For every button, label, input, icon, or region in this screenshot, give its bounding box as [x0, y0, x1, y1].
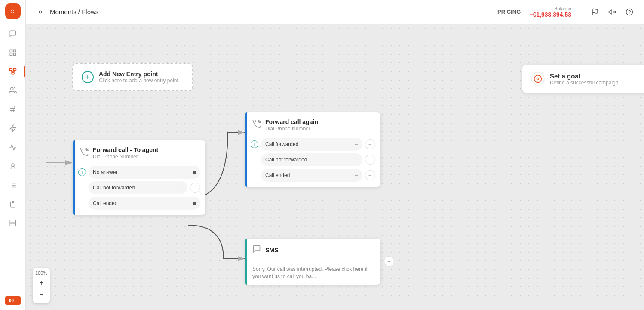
- forward-call-outcomes: + No answer Call not forwarded − → C: [73, 166, 205, 215]
- outcome-minus-call-ended2[interactable]: −: [355, 172, 358, 179]
- svg-marker-16: [10, 125, 16, 132]
- mute-icon[interactable]: [606, 6, 618, 18]
- outcome-label-not-forwarded2: Call not forwarded: [265, 157, 307, 163]
- forward-again-outcomes: + Call forwarded − → Call not forwarded …: [245, 138, 380, 187]
- balance-label: Balance: [529, 6, 571, 11]
- sidebar-item-chat[interactable]: [4, 25, 21, 42]
- outcome-arrow-not-forwarded[interactable]: →: [190, 183, 200, 193]
- zoom-controls: 100% + −: [33, 268, 50, 303]
- sidebar-item-people[interactable]: [4, 158, 21, 175]
- sms-body: Sorry. Our call was interrupted. Please …: [245, 261, 380, 285]
- entry-node-title: Add New Entry point: [99, 71, 178, 78]
- sms-accent: [245, 239, 247, 285]
- pricing-link[interactable]: PRICING: [497, 9, 521, 15]
- svg-point-17: [12, 164, 14, 166]
- sms-header: SMS: [245, 239, 380, 261]
- forward-call-subtitle: Dial Phone Number: [93, 154, 158, 160]
- forward-again-title: Forward call again: [265, 118, 318, 125]
- outcome-add-btn2[interactable]: +: [251, 140, 258, 148]
- balance-value: −€1,938,394.53: [529, 11, 571, 18]
- svg-marker-30: [609, 9, 612, 14]
- forward-again-header: Forward call again Dial Phone Number: [245, 112, 380, 138]
- goal-title: Set a goal: [550, 72, 618, 80]
- goal-icon: [531, 72, 545, 86]
- zoom-in-button[interactable]: +: [36, 277, 47, 288]
- goal-subtitle: Define a successful campaign: [550, 80, 618, 86]
- sidebar-item-list[interactable]: [4, 177, 21, 194]
- outcome-minus-not-forwarded2[interactable]: −: [355, 156, 358, 163]
- forward-again-subtitle: Dial Phone Number: [265, 126, 318, 132]
- sidebar-item-flows[interactable]: [4, 63, 21, 80]
- sidebar-item-grid[interactable]: [4, 44, 21, 61]
- breadcrumb-parent[interactable]: Moments: [50, 8, 77, 16]
- svg-point-38: [537, 78, 539, 80]
- breadcrumb-current: Flows: [82, 8, 98, 16]
- sms-arrow[interactable]: →: [384, 256, 394, 267]
- balance-block: Balance −€1,938,394.53: [529, 6, 571, 18]
- outcome-pill-forwarded: Call forwarded −: [261, 138, 362, 151]
- outcome-call-ended: Call ended: [78, 197, 200, 210]
- sms-title: SMS: [265, 247, 278, 254]
- svg-rect-25: [10, 220, 16, 226]
- phone-forward-icon: [80, 148, 89, 158]
- expand-icon[interactable]: [34, 6, 46, 18]
- svg-line-15: [13, 106, 14, 112]
- forward-call-node[interactable]: Forward call - To agent Dial Phone Numbe…: [73, 140, 205, 215]
- sidebar-item-tag[interactable]: [4, 101, 21, 118]
- outcome-add-btn[interactable]: +: [78, 168, 86, 176]
- sms-node[interactable]: SMS Sorry. Our call was interrupted. Ple…: [245, 239, 380, 285]
- sidebar-item-chart[interactable]: [4, 139, 21, 156]
- outcome-label-not-forwarded: Call not forwarded: [93, 185, 135, 191]
- svg-line-14: [12, 106, 12, 112]
- svg-rect-5: [13, 68, 16, 71]
- forward-again-node[interactable]: Forward call again Dial Phone Number + C…: [245, 112, 380, 187]
- entry-node-plus-icon: +: [82, 71, 94, 83]
- sms-icon: [252, 245, 261, 255]
- node-accent: [73, 140, 75, 215]
- svg-rect-4: [9, 68, 12, 71]
- outcome-minus-forwarded[interactable]: −: [355, 141, 358, 148]
- outcome-label-call-ended: Call ended: [93, 200, 117, 206]
- goal-node[interactable]: Set a goal Define a successful campaign: [522, 65, 644, 93]
- outcome-arrow-forwarded[interactable]: →: [365, 139, 375, 149]
- outcome-call-forwarded: + Call forwarded − →: [251, 138, 375, 151]
- entry-node[interactable]: + Add New Entry point Click here to add …: [72, 63, 193, 91]
- sidebar-item-analytics[interactable]: [4, 120, 21, 137]
- svg-rect-3: [10, 53, 12, 56]
- help-icon[interactable]: [623, 6, 635, 18]
- entry-node-subtitle: Click here to add a new entry point: [99, 78, 178, 84]
- outcome-arrow-call-ended2[interactable]: →: [365, 170, 375, 180]
- outcome-pill-call-ended2: Call ended −: [261, 169, 362, 182]
- topbar: Moments / Flows PRICING Balance −€1,938,…: [26, 0, 644, 24]
- divider: [580, 6, 580, 19]
- sidebar: ○ 99+: [0, 0, 26, 310]
- outcome-not-forwarded2: Call not forwarded − →: [251, 153, 375, 166]
- svg-rect-0: [10, 50, 12, 52]
- svg-rect-24: [12, 201, 14, 202]
- svg-rect-6: [12, 72, 14, 74]
- outcome-minus-not-forwarded[interactable]: −: [180, 184, 183, 191]
- svg-point-37: [534, 75, 542, 83]
- outcome-pill-call-ended: Call ended: [89, 197, 200, 210]
- outcome-call-ended2: Call ended − →: [251, 169, 375, 182]
- sidebar-item-clipboard[interactable]: [4, 195, 21, 213]
- outcome-no-answer: + No answer: [78, 166, 200, 179]
- outcome-label-no-answer: No answer: [93, 169, 117, 175]
- notification-badge[interactable]: 99+: [5, 296, 21, 305]
- svg-rect-2: [13, 53, 15, 56]
- zoom-out-button[interactable]: −: [36, 289, 47, 301]
- sidebar-item-table[interactable]: [4, 214, 21, 232]
- flag-icon[interactable]: [589, 6, 601, 18]
- svg-point-11: [10, 87, 13, 90]
- breadcrumb-separator: /: [78, 8, 80, 16]
- sidebar-item-contacts[interactable]: [4, 82, 21, 99]
- outcome-label-forwarded: Call forwarded: [265, 141, 298, 147]
- outcome-dot-call-ended: [193, 202, 196, 205]
- forward-again-accent: [245, 112, 247, 187]
- outcome-arrow-not-forwarded2[interactable]: →: [365, 155, 375, 165]
- topbar-right: PRICING Balance −€1,938,394.53: [497, 6, 635, 19]
- app-logo[interactable]: ○: [5, 3, 21, 19]
- outcome-call-not-forwarded: Call not forwarded − →: [78, 181, 200, 194]
- outcome-pill-not-forwarded: Call not forwarded −: [89, 181, 187, 194]
- topbar-left: Moments / Flows: [34, 6, 98, 18]
